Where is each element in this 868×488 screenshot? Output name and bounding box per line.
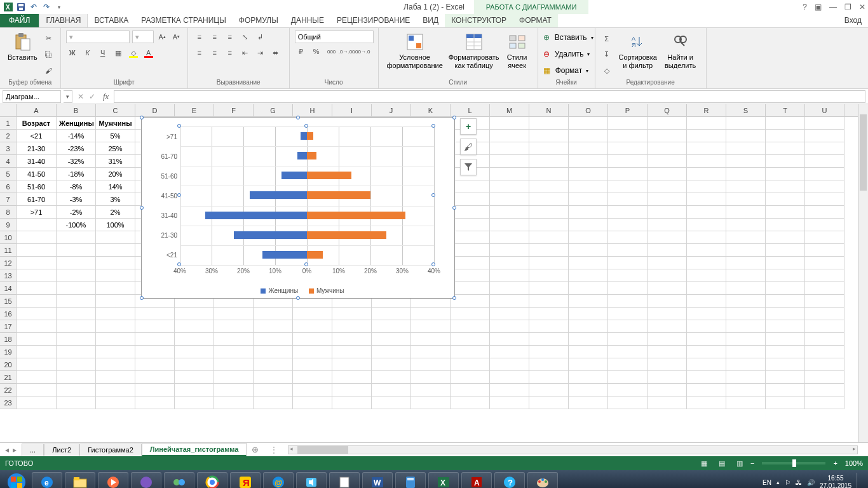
cell[interactable] <box>687 130 726 142</box>
cell[interactable] <box>96 384 135 396</box>
cell[interactable] <box>175 384 214 396</box>
cell[interactable] <box>490 358 529 371</box>
comma-icon[interactable]: 000 <box>325 45 338 58</box>
cell[interactable] <box>726 180 766 193</box>
cell[interactable] <box>96 396 135 409</box>
cancel-formula-icon[interactable]: ✕ <box>78 92 84 101</box>
cell[interactable] <box>293 371 332 384</box>
cell[interactable] <box>648 180 687 193</box>
column-header[interactable]: K <box>411 104 451 116</box>
cell[interactable] <box>17 396 57 409</box>
cell[interactable] <box>766 333 805 346</box>
column-header[interactable]: D <box>135 104 175 116</box>
row-header[interactable]: 12 <box>0 257 17 269</box>
cell[interactable] <box>96 308 135 320</box>
row-header[interactable]: 20 <box>0 358 17 371</box>
cell[interactable] <box>451 295 490 308</box>
sign-in-link[interactable]: Вход <box>838 13 868 27</box>
underline-button[interactable]: Ч <box>97 46 109 59</box>
fill-color-icon[interactable]: ◇ <box>127 46 140 59</box>
cell[interactable] <box>451 231 490 244</box>
tab-formulas[interactable]: ФОРМУЛЫ <box>233 13 285 27</box>
start-button[interactable] <box>3 471 31 488</box>
cell[interactable] <box>608 320 648 333</box>
page-layout-view-icon[interactable]: ▤ <box>715 458 729 469</box>
taskbar-volume-icon[interactable] <box>296 472 327 488</box>
cell[interactable] <box>529 206 569 219</box>
cell[interactable] <box>451 384 490 396</box>
cell[interactable] <box>451 244 490 257</box>
cell[interactable] <box>608 257 648 269</box>
cell[interactable] <box>293 384 332 396</box>
select-all-corner[interactable] <box>0 104 17 116</box>
cell[interactable] <box>608 396 648 409</box>
zoom-out-icon[interactable]: − <box>750 459 754 467</box>
cell[interactable] <box>569 142 608 155</box>
cell[interactable] <box>805 371 844 384</box>
cell-styles-button[interactable]: Стили ячеек <box>502 30 532 79</box>
cell[interactable] <box>17 333 57 346</box>
cell[interactable] <box>726 206 766 219</box>
cell[interactable] <box>411 358 451 371</box>
cell[interactable] <box>805 219 844 231</box>
cell[interactable] <box>805 168 844 180</box>
cell[interactable] <box>569 219 608 231</box>
cell[interactable] <box>57 371 96 384</box>
cell[interactable] <box>805 257 844 269</box>
cell[interactable] <box>608 346 648 358</box>
cell[interactable] <box>293 396 332 409</box>
row-header[interactable]: 1 <box>0 117 17 130</box>
cell[interactable] <box>766 269 805 282</box>
cell[interactable] <box>451 269 490 282</box>
cell[interactable] <box>648 295 687 308</box>
cell[interactable] <box>569 130 608 142</box>
cell[interactable] <box>451 282 490 295</box>
cell[interactable] <box>766 193 805 206</box>
cell[interactable] <box>490 142 529 155</box>
column-header[interactable]: R <box>687 104 726 116</box>
cell[interactable] <box>451 320 490 333</box>
cell[interactable] <box>766 206 805 219</box>
row-header[interactable]: 23 <box>0 396 17 409</box>
cell[interactable] <box>726 384 766 396</box>
tab-insert[interactable]: ВСТАВКА <box>88 13 135 27</box>
cell[interactable]: -100% <box>57 219 96 231</box>
zoom-in-icon[interactable]: + <box>833 459 837 467</box>
cell[interactable] <box>726 295 766 308</box>
cell[interactable] <box>254 308 293 320</box>
cell[interactable] <box>648 193 687 206</box>
sheet-nav-next-icon[interactable]: ▸ <box>13 445 17 454</box>
cell[interactable] <box>96 295 135 308</box>
cell[interactable]: 20% <box>96 168 135 180</box>
copy-icon[interactable]: ⿻ <box>43 48 55 61</box>
cell[interactable] <box>135 384 175 396</box>
cell[interactable] <box>490 257 529 269</box>
cell[interactable] <box>451 346 490 358</box>
cell[interactable] <box>805 320 844 333</box>
chart-elements-button[interactable]: + <box>460 118 477 135</box>
cell[interactable] <box>766 168 805 180</box>
cell[interactable] <box>608 333 648 346</box>
cell[interactable] <box>175 333 214 346</box>
cell[interactable] <box>648 168 687 180</box>
cell[interactable] <box>726 282 766 295</box>
taskbar-app2-icon[interactable] <box>164 472 194 488</box>
cell[interactable] <box>17 308 57 320</box>
cell[interactable] <box>57 231 96 244</box>
wrap-text-icon[interactable]: ↲ <box>254 30 267 43</box>
font-color-icon[interactable]: A <box>142 46 155 59</box>
cell[interactable] <box>372 371 411 384</box>
cell[interactable] <box>648 384 687 396</box>
align-center-icon[interactable]: ≡ <box>208 46 221 59</box>
number-format-dropdown[interactable]: Общий <box>295 30 374 43</box>
cell[interactable] <box>569 180 608 193</box>
column-header[interactable]: M <box>490 104 529 116</box>
cell[interactable] <box>135 320 175 333</box>
cell[interactable]: -14% <box>57 130 96 142</box>
cell[interactable] <box>687 320 726 333</box>
cell[interactable] <box>17 231 57 244</box>
cell[interactable] <box>490 346 529 358</box>
minimize-icon[interactable]: — <box>829 3 837 11</box>
cell[interactable]: 61-70 <box>17 193 57 206</box>
cell[interactable] <box>766 244 805 257</box>
